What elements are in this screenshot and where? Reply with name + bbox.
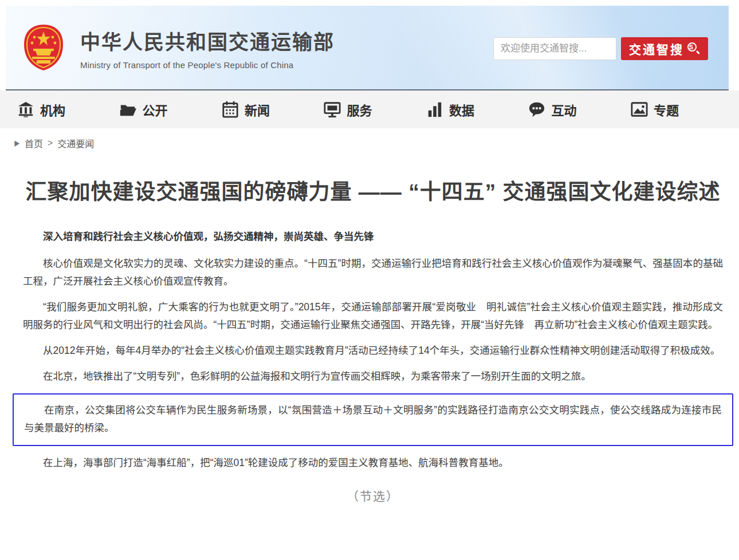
excerpt-note: （节选） — [23, 487, 723, 504]
national-emblem-icon — [22, 23, 65, 72]
breadcrumb-home-link[interactable]: 首页 — [25, 136, 43, 150]
article-subheading: 深入培育和践行社会主义核心价值观，弘扬交通精神，崇尚英雄、争当先锋 — [23, 228, 723, 246]
bar-chart-icon — [426, 101, 443, 118]
nav-item-data[interactable]: 数据 — [426, 100, 474, 119]
breadcrumb-separator: > — [48, 138, 53, 148]
brand-block: 中华人民共和国交通运输部 Ministry of Transport of th… — [80, 26, 335, 70]
search-input[interactable] — [493, 37, 616, 60]
nav-item-interaction[interactable]: 互动 — [528, 100, 576, 119]
nav-label: 新闻 — [245, 100, 270, 119]
site-subtitle: Ministry of Transport of the People's Re… — [80, 60, 335, 70]
nav-item-topics[interactable]: 专题 — [631, 100, 679, 119]
picture-icon — [631, 101, 648, 118]
breadcrumb: ▶ 首页 > 交通要闻 — [0, 128, 739, 156]
nav-item-institutions[interactable]: 机构 — [17, 100, 65, 119]
search-area: 交通智搜 S — [493, 37, 708, 60]
nav-item-disclosure[interactable]: 公开 — [119, 100, 167, 119]
nav-label: 机构 — [40, 100, 65, 119]
site-title: 中华人民共和国交通运输部 — [80, 26, 335, 55]
site-header: 中华人民共和国交通运输部 Ministry of Transport of th… — [6, 6, 729, 90]
page: 中华人民共和国交通运输部 Ministry of Transport of th… — [0, 0, 739, 560]
search-magnifier-icon: S — [687, 42, 700, 55]
breadcrumb-current: 交通要闻 — [57, 136, 94, 150]
folder-icon — [119, 101, 136, 118]
article-paragraph: 从2012年开始，每年4月举办的“社会主义核心价值观主题实践教育月”活动已经持续… — [23, 342, 723, 360]
search-button-label: 交通智搜 — [629, 40, 684, 57]
highlighted-paragraph-box: 在南京，公交集团将公交车辆作为民生服务新场景，以“氛围营造＋场景互动＋文明服务”… — [13, 393, 733, 446]
speech-bubble-icon — [528, 101, 545, 118]
nav-item-news[interactable]: 新闻 — [222, 100, 270, 119]
article-paragraph: 在上海，海事部门打造“海事红船”，把“海巡01”轮建设成了移动的爱国主义教育基地… — [23, 454, 723, 472]
article-title: 汇聚加快建设交通强国的磅礴力量 —— “十四五” 交通强国文化建设综述 — [23, 179, 723, 206]
search-button[interactable]: 交通智搜 S — [621, 37, 708, 60]
article-paragraph: 在北京，地铁推出了“文明专列”，色彩鲜明的公益海报和文明行为宣传画交相辉映，为乘… — [23, 368, 723, 385]
nav-label: 数据 — [449, 100, 474, 119]
main-nav: 机构 公开 新闻 服务 数据 互动 专题 — [0, 90, 739, 128]
bank-icon — [17, 101, 34, 118]
nav-label: 互动 — [551, 100, 576, 119]
highlighted-paragraph: 在南京，公交集团将公交车辆作为民生服务新场景，以“氛围营造＋场景互动＋文明服务”… — [24, 401, 722, 437]
nav-label: 公开 — [142, 100, 167, 119]
nav-label: 服务 — [347, 100, 372, 119]
monitor-icon — [324, 101, 341, 118]
nav-label: 专题 — [654, 100, 679, 119]
breadcrumb-arrow-icon: ▶ — [14, 139, 20, 148]
calendar-icon — [222, 101, 239, 118]
article-paragraph: 核心价值观是文化软实力的灵魂、文化软实力建设的重点。“十四五”时期，交通运输行业… — [23, 255, 723, 290]
nav-item-services[interactable]: 服务 — [324, 100, 372, 119]
article-paragraph: “我们服务更加文明礼貌，广大乘客的行为也就更文明了。”2015年，交通运输部部署… — [23, 298, 723, 334]
article: 汇聚加快建设交通强国的磅礴力量 —— “十四五” 交通强国文化建设综述 深入培育… — [0, 156, 739, 504]
